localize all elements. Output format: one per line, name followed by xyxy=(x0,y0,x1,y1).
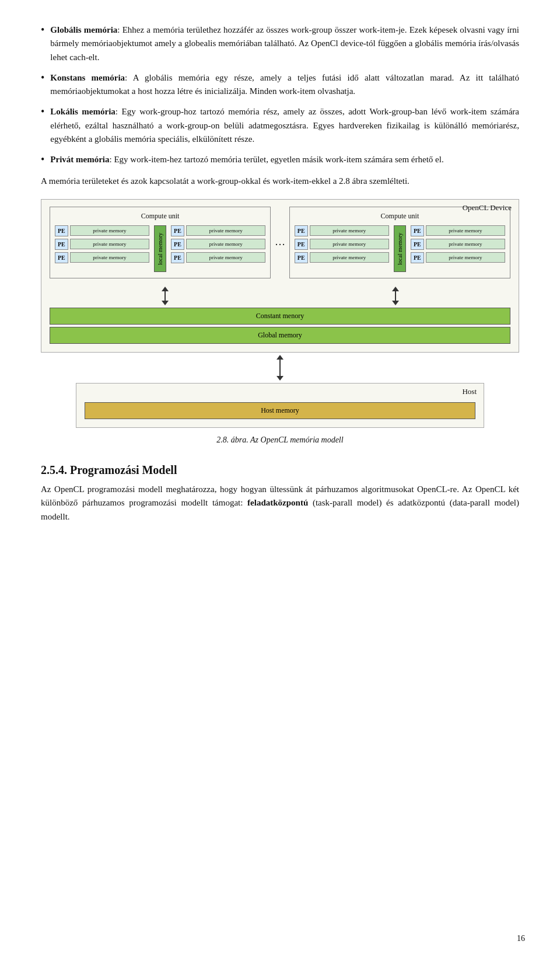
intro-para: A memória területeket és azok kapcsolatá… xyxy=(41,175,519,188)
term-privat: Privát memória xyxy=(50,155,109,164)
pm-box: private memory xyxy=(70,252,149,263)
pe-row-3-1: PE private memory xyxy=(295,225,389,236)
local-memory-bar-1: local memory xyxy=(154,225,166,272)
bullet-global: • Globális memória: Ehhez a memória terü… xyxy=(41,23,519,64)
pe-box: PE xyxy=(411,252,424,263)
arrow-line-left xyxy=(164,291,166,301)
term-global: Globális memória xyxy=(50,25,117,34)
section-number: 2.5.4. xyxy=(41,463,67,476)
host-memory-bar: Host memory xyxy=(85,402,475,419)
page-content: • Globális memória: Ehhez a memória terü… xyxy=(41,23,519,524)
pe-row-4-3: PE private memory xyxy=(411,252,505,263)
arrow-line-right xyxy=(395,291,396,301)
pe-col-4: PE private memory PE private memory PE p… xyxy=(411,225,505,272)
pe-box: PE xyxy=(55,239,68,250)
pe-col-2: PE private memory PE private memory PE p… xyxy=(171,225,265,272)
section-heading: 2.5.4. Programozási Modell xyxy=(41,463,519,477)
pm-box: private memory xyxy=(186,225,265,236)
pe-box: PE xyxy=(411,239,424,250)
pe-box: PE xyxy=(171,225,184,236)
arrow-down-right xyxy=(392,301,399,305)
bullet-text-global: Globális memória: Ehhez a memória terüle… xyxy=(50,23,519,64)
figure-caption: 2.8. ábra. Az OpenCL memória modell xyxy=(41,434,519,447)
pe-row-2-3: PE private memory xyxy=(171,252,265,263)
pm-box: private memory xyxy=(310,239,389,249)
cu-title-right: Compute unit xyxy=(295,212,505,221)
global-memory-bar: Global memory xyxy=(50,327,510,344)
cu-title-left: Compute unit xyxy=(55,212,265,221)
pe-row-4-2: PE private memory xyxy=(411,239,505,250)
compute-units-row: Compute unit PE private memory PE privat… xyxy=(50,207,510,278)
pe-row-4-1: PE private memory xyxy=(411,225,505,236)
pe-box: PE xyxy=(171,239,184,250)
pe-box: PE xyxy=(295,239,308,250)
pm-box: private memory xyxy=(186,252,265,263)
pm-box: private memory xyxy=(70,225,149,236)
pe-col-1: PE private memory PE private memory PE p… xyxy=(55,225,149,272)
local-memory-bar-2: local memory xyxy=(394,225,406,272)
pm-box: private memory xyxy=(70,239,149,249)
pm-box: private memory xyxy=(426,252,505,263)
pe-row-1-2: PE private memory xyxy=(55,239,149,250)
bullet-text-lokalis: Lokális memória: Egy work-group-hoz tart… xyxy=(50,105,519,146)
page-number: 16 xyxy=(517,934,525,943)
arrow-up-right xyxy=(392,287,399,291)
pe-row-2-1: PE private memory xyxy=(171,225,265,236)
bullet-dot-lokalis: • xyxy=(41,106,44,118)
pe-row-1-3: PE private memory xyxy=(55,252,149,263)
pe-row-2-2: PE private memory xyxy=(171,239,265,250)
arrow-line-main xyxy=(279,360,281,376)
compute-unit-left: Compute unit PE private memory PE privat… xyxy=(50,207,271,278)
device-label: OpenCL Device xyxy=(463,203,512,212)
arrow-head-up xyxy=(276,355,284,360)
pm-box: private memory xyxy=(426,225,505,236)
bullet-dot-global: • xyxy=(41,24,44,36)
bullet-privat: • Privát memória: Egy work-item-hez tart… xyxy=(41,153,519,166)
pe-box: PE xyxy=(55,252,68,263)
arrow-head-down xyxy=(276,376,284,381)
pm-box: private memory xyxy=(186,239,265,249)
constant-memory-bar: Constant menory xyxy=(50,308,510,325)
pe-col-3: PE private memory PE private memory PE p… xyxy=(295,225,389,272)
host-container: Host Host memory xyxy=(76,383,484,428)
pe-box: PE xyxy=(295,252,308,263)
pe-box: PE xyxy=(171,252,184,263)
dots-separator: … xyxy=(271,207,289,248)
pe-row-1-1: PE private memory xyxy=(55,225,149,236)
bullet-konstans: • Konstans memória: A globális memória e… xyxy=(41,71,519,99)
opencl-diagram: OpenCL Device Compute unit PE private me… xyxy=(41,199,519,353)
pe-box: PE xyxy=(295,225,308,236)
bullet-text-privat: Privát memória: Egy work-item-hez tartoz… xyxy=(50,153,519,166)
section-bold1: feladatközpontú xyxy=(247,498,308,507)
bullet-dot-konstans: • xyxy=(41,72,44,84)
arrow-down-left xyxy=(162,301,169,305)
arrow-device-to-host xyxy=(41,355,519,381)
arrow-up-left xyxy=(162,287,169,291)
pe-row-3-3: PE private memory xyxy=(295,252,389,263)
term-konstans: Konstans memória xyxy=(50,73,125,82)
term-lokalis: Lokális memória xyxy=(50,107,116,116)
section-body: Az OpenCL programozási modell meghatároz… xyxy=(41,483,519,524)
section-title: Programozási Modell xyxy=(70,463,177,476)
bullet-lokalis: • Lokális memória: Egy work-group-hoz ta… xyxy=(41,105,519,146)
pe-row-3-2: PE private memory xyxy=(295,239,389,250)
pe-box: PE xyxy=(55,225,68,236)
pe-box: PE xyxy=(411,225,424,236)
pm-box: private memory xyxy=(310,252,389,263)
bidirectional-arrow xyxy=(276,355,284,381)
bullet-dot-privat: • xyxy=(41,154,44,166)
pm-box: private memory xyxy=(310,225,389,236)
host-label: Host xyxy=(462,387,477,396)
bullet-text-konstans: Konstans memória: A globális memória egy… xyxy=(50,71,519,99)
pm-box: private memory xyxy=(426,239,505,249)
compute-unit-right: Compute unit PE private memory PE privat… xyxy=(289,207,510,278)
